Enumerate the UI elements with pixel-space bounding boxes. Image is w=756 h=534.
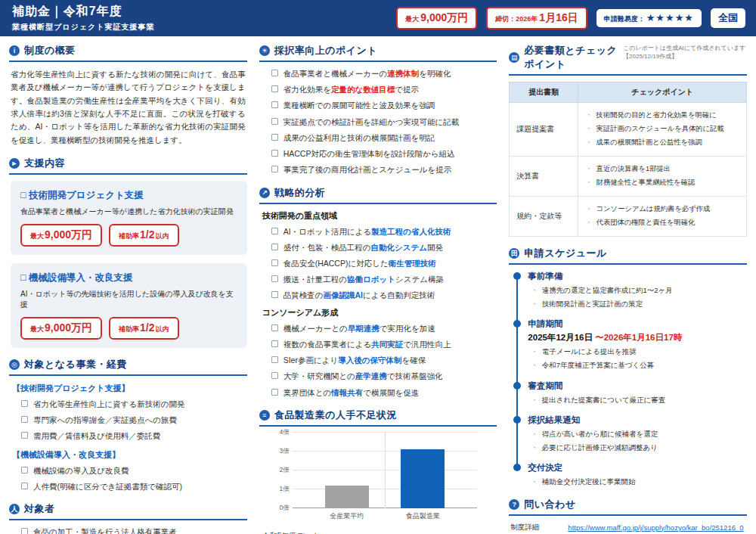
- support-card-tech: □ 技術開発プロジェクト支援 食品事業者と機械メーカー等が連携した省力化技術の実…: [11, 181, 247, 255]
- bar-all-industry: [325, 486, 369, 508]
- checklist-item-label: 搬送・計量工程の協働ロボットシステム構築: [284, 274, 444, 285]
- chart-header: ≡ 食品製造業の人手不足状況: [259, 408, 497, 427]
- schedule-title: 申請スケジュール: [524, 247, 607, 260]
- checkbox-icon[interactable]: [271, 389, 278, 396]
- checklist-item-label: 業種横断での展開可能性と波及効果を強調: [284, 100, 435, 111]
- checkbox-icon[interactable]: [21, 467, 28, 473]
- y-tick: 0倍: [270, 504, 290, 513]
- program-detail-link[interactable]: https://www.maff.go.jp/j/supply/hozyo/ka…: [568, 523, 743, 534]
- contact-detail-row: 制度詳細 https://www.maff.go.jp/j/supply/hoz…: [510, 522, 747, 534]
- table-row: 決算書 ・直近の決算書を1部提出 ・財務健全性と事業継続性を確認: [510, 156, 747, 196]
- checklist-item-label: 実証拠点での検証計画を詳細かつ実現可能に記載: [284, 116, 459, 128]
- doc-name-cell: 規約・定款等: [510, 196, 578, 236]
- checklist-item: 成果の公益利用と技術の横展開計画を明記: [271, 132, 496, 144]
- support-header: ► 支援内容: [9, 157, 247, 175]
- bullet-icon: ・: [531, 285, 538, 296]
- checklist-item-label: AI・ロボット活用による製造工程の省人化技術: [284, 226, 451, 238]
- checkbox-icon[interactable]: [271, 259, 278, 266]
- checkbox-icon[interactable]: [271, 356, 278, 363]
- pill-prefix: 補助率: [119, 231, 139, 241]
- pill-prefix: 補助率: [119, 324, 139, 334]
- checklist-item-label: 需用費／賃借料及び使用料／委託費: [33, 430, 160, 442]
- header-bar: 補助金｜令和7年度 業種横断型プロジェクト実証支援事業 最大 9,000万円 締…: [0, 0, 756, 36]
- checkbox-icon[interactable]: [271, 372, 278, 379]
- overview-title: 制度の概要: [24, 44, 76, 57]
- checkbox-icon[interactable]: [271, 324, 278, 331]
- bullet-icon: ・: [585, 138, 592, 148]
- amount-pill: 最大 9,000万円: [20, 224, 102, 247]
- pill-value: 9,000万円: [45, 228, 92, 242]
- checkbox-icon[interactable]: [271, 118, 278, 125]
- checkbox-icon[interactable]: [271, 134, 278, 141]
- pill-prefix: 最大: [30, 324, 44, 334]
- step-item: 提出された提案書について厳正に審査: [542, 395, 665, 405]
- timeline-step-application: 申請期間 2025年12月16日 〜2026年1月16日17時 ・電子メールによ…: [513, 318, 747, 371]
- checkbox-icon[interactable]: [271, 166, 278, 172]
- y-tick: 2倍: [270, 466, 290, 475]
- header-titles: 補助金｜令和7年度 業種横断型プロジェクト実証支援事業: [12, 4, 154, 33]
- checklist-item-label: 大学・研究機関との産学連携で技術基盤強化: [284, 371, 443, 382]
- chart-caption: 令和5年度データ 食品製造業は全産業平均の2倍超の求人倍率で深刻な人手不足: [262, 530, 496, 534]
- check-item: 成果の横展開計画と公益性を強調: [596, 138, 702, 148]
- checkbox-icon[interactable]: [271, 244, 278, 250]
- checkbox-icon[interactable]: [271, 85, 278, 92]
- bullet-icon: ・: [531, 360, 538, 371]
- step-item: 補助金交付決定後に事業開始: [542, 477, 636, 487]
- checkbox-icon[interactable]: [271, 291, 278, 298]
- checklist-item: 需用費／賃借料及び使用料／委託費: [21, 430, 246, 442]
- section-eligible: ◎ 対象となる事業・経費 【技術開発プロジェクト支援】 省力化等生産性向上に資す…: [9, 358, 247, 492]
- checkbox-icon[interactable]: [271, 275, 278, 282]
- section-points: ☀ 採択率向上のポイント 食品事業者と機械メーカーの連携体制を明確化 省力化効果…: [259, 44, 497, 176]
- checklist-item: 品質検査の画像認識AIによる自動判定技術: [271, 290, 496, 301]
- checklist-item: 人件費(明確に区分でき証拠書類で確認可): [21, 481, 246, 492]
- trend-chart-icon: ↗: [259, 188, 270, 198]
- eligible-title: 対象となる事業・経費: [24, 358, 127, 371]
- left-column: i 制度の概要 省力化等生産性向上に資する新たな技術の開発に向けて、食品事業者及…: [9, 44, 247, 534]
- checkbox-icon[interactable]: [21, 432, 28, 439]
- overview-text: 省力化等生産性向上に資する新たな技術の開発に向けて、食品事業者及び機械メーカー等…: [11, 68, 246, 147]
- rate-pill: 補助率 1/2 以内: [109, 224, 178, 247]
- documents-header: ▤ 必要書類とチェックポイント このレポートは生成AIにて作成されています【20…: [509, 44, 747, 76]
- checkbox-icon[interactable]: [21, 416, 28, 423]
- checkbox-icon[interactable]: [271, 150, 278, 157]
- checkbox-icon[interactable]: [271, 340, 278, 347]
- support-card-desc: 食品事業者と機械メーカー等が連携した省力化技術の実証開発: [20, 206, 237, 217]
- y-tick: 4倍: [270, 428, 290, 437]
- checklist-item: 大学・研究機関との産学連携で技術基盤強化: [271, 371, 496, 382]
- y-tick: 3倍: [270, 447, 290, 456]
- check-item: コンソーシアムは規約書を必ず作成: [596, 204, 711, 215]
- checklist-item: SIer参画により導入後の保守体制を確保: [271, 355, 496, 366]
- bullet-icon: ・: [531, 477, 538, 487]
- rate-pill: 補助率 1/2 以内: [109, 317, 178, 340]
- check-item: 技術開発の目的と省力化効果を明確に: [596, 110, 717, 121]
- middle-column: ☀ 採択率向上のポイント 食品事業者と機械メーカーの連携体制を明確化 省力化効果…: [259, 44, 497, 534]
- checklist-item: 省力化等生産性向上に資する新技術の開発: [21, 399, 246, 410]
- checkbox-icon[interactable]: [21, 528, 28, 534]
- page-subtitle: 業種横断型プロジェクト実証支援事業: [12, 22, 154, 33]
- chart-title: 食品製造業の人手不足状況: [274, 408, 397, 422]
- documents-title: 必要書類とチェックポイント: [524, 44, 618, 71]
- difficulty-label: 申請難易度：: [604, 14, 645, 24]
- checkbox-icon[interactable]: [271, 228, 278, 234]
- doc-checks-cell: ・直近の決算書を1部提出 ・財務健全性と事業継続性を確認: [578, 156, 747, 196]
- step-name: 交付決定: [528, 462, 747, 473]
- checklist-item-label: 専門家への指導謝金／実証拠点への旅費: [33, 414, 177, 426]
- overview-header: i 制度の概要: [9, 44, 247, 62]
- bullet-icon: ・: [531, 346, 538, 357]
- checklist-item: 業界団体との情報共有で横展開を促進: [271, 387, 496, 399]
- checkbox-icon[interactable]: [271, 101, 278, 108]
- doc-checks-cell: ・技術開発の目的と省力化効果を明確に ・実証計画のスケジュールを具体的に記載 ・…: [578, 103, 747, 157]
- pill-suffix: 以内: [156, 324, 169, 334]
- timeline-dot-icon: [513, 416, 521, 424]
- section-contact: ? 問い合わせ 制度詳細 https://www.maff.go.jp/j/su…: [509, 498, 747, 534]
- checkbox-icon[interactable]: [21, 483, 28, 489]
- checkbox-icon[interactable]: [21, 400, 28, 407]
- bars: [293, 433, 478, 508]
- step-item: 電子メールによる提出を推奨: [542, 346, 637, 357]
- checkbox-icon[interactable]: [271, 70, 278, 76]
- step-name: 申請期間: [528, 318, 747, 330]
- bullet-icon: ・: [585, 124, 592, 135]
- analysis-group-label: 技術開発の重点領域: [262, 210, 497, 222]
- timeline-step-review: 審査期間 ・提出された提案書について厳正に審査: [513, 380, 747, 405]
- pill-suffix: 以内: [156, 231, 169, 241]
